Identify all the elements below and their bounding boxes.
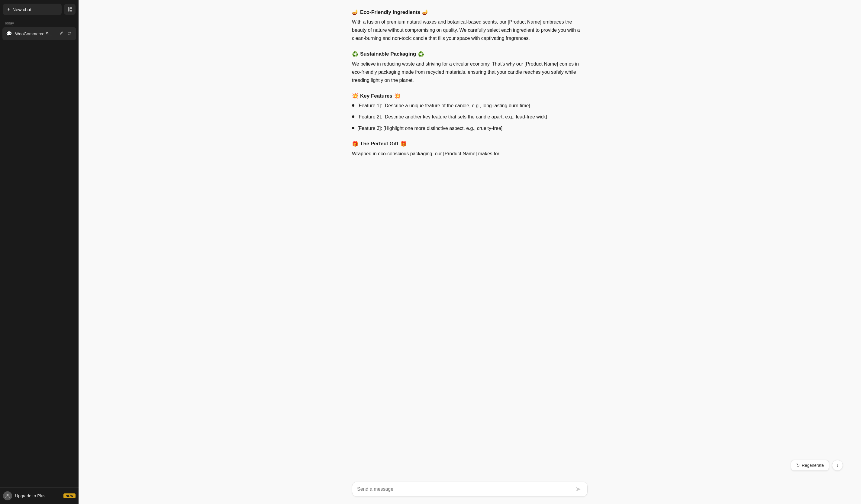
new-badge: NEW bbox=[64, 493, 76, 498]
svg-rect-0 bbox=[68, 7, 69, 12]
key-features-list: [Feature 1]: [Describe a unique feature … bbox=[352, 101, 588, 132]
section-perfect-gift: 🎁 The Perfect Gift 🎁 Wrapped in eco-cons… bbox=[352, 141, 588, 158]
heading-emoji-right: 🪔 bbox=[422, 9, 428, 15]
heading-emoji-left-3: 💥 bbox=[352, 93, 358, 99]
sustainable-packaging-body: We believe in reducing waste and strivin… bbox=[352, 60, 588, 85]
regenerate-label: Regenerate bbox=[802, 463, 824, 468]
today-section-label: Today bbox=[0, 19, 79, 27]
layout-icon bbox=[67, 6, 72, 12]
edit-icon bbox=[59, 31, 64, 35]
section-key-features: 💥 Key Features 💥 [Feature 1]: [Describe … bbox=[352, 93, 588, 132]
scroll-down-icon: ↓ bbox=[836, 463, 839, 468]
sidebar: + New chat Today 💬 WooCommerce Store bbox=[0, 0, 79, 504]
feature-3: [Feature 3]: [Highlight one more distinc… bbox=[357, 124, 502, 132]
heading-text-3: Key Features bbox=[360, 93, 393, 99]
delete-chat-button[interactable] bbox=[66, 30, 72, 37]
chat-item-label: WooCommerce Store bbox=[15, 31, 55, 36]
sidebar-top: + New chat bbox=[0, 0, 79, 19]
feature-1: [Feature 1]: [Describe a unique feature … bbox=[357, 101, 530, 110]
floating-actions: ↻ Regenerate ↓ bbox=[791, 460, 843, 471]
chat-item-actions bbox=[58, 30, 72, 37]
trash-icon bbox=[67, 31, 71, 35]
new-chat-label: New chat bbox=[12, 7, 31, 12]
heading-emoji-right-4: 🎁 bbox=[400, 141, 407, 147]
regenerate-button[interactable]: ↻ Regenerate bbox=[791, 460, 829, 471]
layout-toggle-button[interactable] bbox=[64, 4, 76, 15]
svg-rect-1 bbox=[70, 7, 72, 9]
key-features-heading: 💥 Key Features 💥 bbox=[352, 93, 588, 99]
input-container bbox=[352, 482, 588, 497]
bullet-dot bbox=[352, 115, 354, 118]
list-item: [Feature 1]: [Describe a unique feature … bbox=[352, 101, 588, 110]
user-icon bbox=[5, 493, 10, 499]
bullet-dot bbox=[352, 104, 354, 107]
chat-icon: 💬 bbox=[6, 31, 12, 37]
section-eco-ingredients: 🪔 Eco-Friendly Ingredients 🪔 With a fusi… bbox=[352, 9, 588, 43]
message-body: 🪔 Eco-Friendly Ingredients 🪔 With a fusi… bbox=[352, 9, 588, 166]
feature-2: [Feature 2]: [Describe another key featu… bbox=[357, 113, 547, 121]
edit-chat-button[interactable] bbox=[58, 30, 65, 37]
scroll-down-button[interactable]: ↓ bbox=[832, 460, 843, 471]
list-item: [Feature 2]: [Describe another key featu… bbox=[352, 113, 588, 121]
upgrade-label: Upgrade to Plus bbox=[15, 493, 60, 498]
heading-text-4: The Perfect Gift bbox=[360, 141, 398, 147]
heading-emoji-right-3: 💥 bbox=[394, 93, 400, 99]
sidebar-item-woocommerce[interactable]: 💬 WooCommerce Store bbox=[2, 27, 76, 40]
section-sustainable-packaging: ♻️ Sustainable Packaging ♻️ We believe i… bbox=[352, 51, 588, 85]
plus-icon: + bbox=[7, 6, 10, 12]
heading-emoji-left: 🪔 bbox=[352, 9, 358, 15]
chat-input-area bbox=[79, 477, 861, 504]
eco-ingredients-heading: 🪔 Eco-Friendly Ingredients 🪔 bbox=[352, 9, 588, 15]
send-icon bbox=[575, 486, 581, 492]
new-chat-button[interactable]: + New chat bbox=[3, 4, 62, 15]
heading-emoji-left-2: ♻️ bbox=[352, 51, 358, 57]
upgrade-section[interactable]: Upgrade to Plus NEW bbox=[0, 487, 79, 504]
perfect-gift-heading: 🎁 The Perfect Gift 🎁 bbox=[352, 141, 588, 147]
bullet-dot bbox=[352, 127, 354, 129]
heading-text: Eco-Friendly Ingredients bbox=[360, 9, 420, 15]
regenerate-icon: ↻ bbox=[796, 463, 800, 468]
chat-messages: 🪔 Eco-Friendly Ingredients 🪔 With a fusi… bbox=[79, 0, 861, 477]
send-button[interactable] bbox=[574, 486, 583, 492]
main-wrapper: 🪔 Eco-Friendly Ingredients 🪔 With a fusi… bbox=[79, 0, 861, 504]
sustainable-packaging-heading: ♻️ Sustainable Packaging ♻️ bbox=[352, 51, 588, 57]
list-item: [Feature 3]: [Highlight one more distinc… bbox=[352, 124, 588, 132]
message-input[interactable] bbox=[357, 487, 574, 492]
avatar bbox=[3, 491, 12, 500]
heading-text-2: Sustainable Packaging bbox=[360, 51, 416, 57]
heading-emoji-right-2: ♻️ bbox=[418, 51, 424, 57]
svg-rect-2 bbox=[70, 10, 72, 12]
perfect-gift-body: Wrapped in eco-conscious packaging, our … bbox=[352, 150, 588, 158]
eco-ingredients-body: With a fusion of premium natural waxes a… bbox=[352, 18, 588, 43]
heading-emoji-left-4: 🎁 bbox=[352, 141, 358, 147]
main-content: 🪔 Eco-Friendly Ingredients 🪔 With a fusi… bbox=[79, 0, 861, 504]
